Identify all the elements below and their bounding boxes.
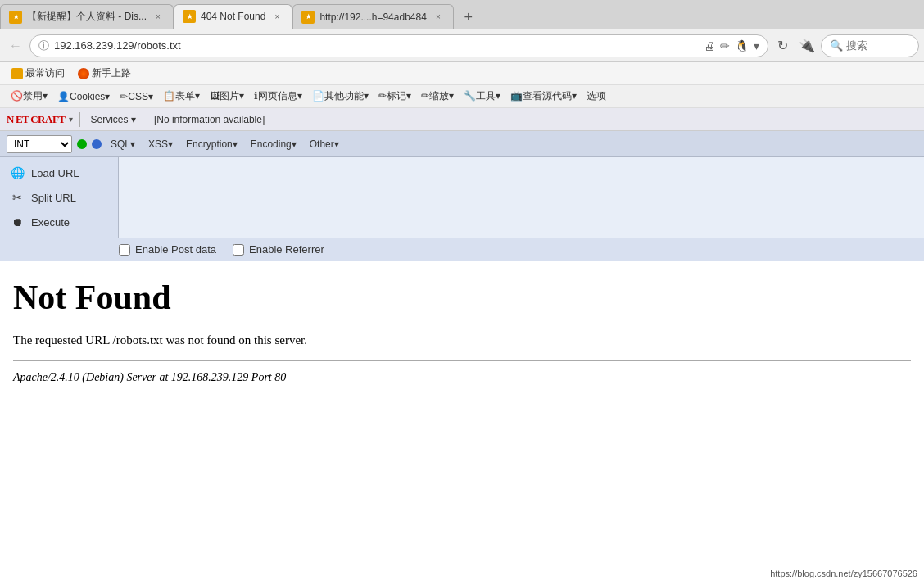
services-btn[interactable]: Services ▾	[87, 112, 140, 127]
misc-btn[interactable]: 📄其他功能▾	[308, 88, 373, 105]
tab-3[interactable]: ★ http://192....h=94adb484 ×	[292, 4, 453, 29]
execute-icon: ⏺	[10, 215, 25, 229]
referrer-text: Enable Referrer	[249, 243, 324, 256]
tab-title-2: 404 Not Found	[201, 11, 265, 22]
referrer-label[interactable]: Enable Referrer	[233, 243, 324, 256]
bookmark-recent[interactable]: 最常访问	[7, 65, 70, 82]
toolbar2-sep2	[147, 112, 147, 127]
netcraft-n: N	[7, 113, 14, 126]
netcraft-craft: CRAFT	[30, 113, 65, 126]
tab-close-2[interactable]: ×	[270, 10, 283, 23]
green-dot-icon	[77, 139, 87, 149]
css-btn[interactable]: ✏CSS▾	[116, 89, 157, 104]
load-url-item[interactable]: 🌐 Load URL	[0, 161, 118, 185]
dropdown-checkboxes: Enable Post data Enable Referrer	[0, 238, 924, 261]
load-url-icon: 🌐	[10, 165, 25, 180]
bookmark-bar: 最常访问 新手上路	[0, 62, 924, 85]
page-divider	[13, 360, 911, 361]
execute-label: Execute	[31, 216, 70, 229]
search-icon: 🔍	[830, 39, 843, 52]
encoding-btn[interactable]: Encoding▾	[247, 138, 301, 151]
page-footer: Apache/2.4.10 (Debian) Server at 192.168…	[13, 371, 911, 384]
page-content: Not Found The requested URL /robots.txt …	[0, 261, 924, 425]
sql-toolbar: INT EXT AUTO SQL▾ XSS▾ Encryption▾ Encod…	[0, 131, 924, 157]
other-btn[interactable]: Other▾	[306, 138, 343, 151]
tab-bar: ★ 【新提醒】个人资料 - Dis... × ★ 404 Not Found ×…	[0, 0, 924, 29]
tab-favicon-1: ★	[9, 11, 22, 24]
netcraft-dropdown-icon[interactable]: ▾	[69, 115, 73, 124]
referrer-check[interactable]	[233, 244, 244, 256]
netcraft-toolbar: NETCRAFT ▾ Services ▾ [No information av…	[0, 108, 924, 131]
source-btn[interactable]: 📺查看源代码▾	[506, 88, 581, 105]
pen-icon[interactable]: ✏	[720, 39, 730, 52]
bookmark-recent-label: 最常访问	[25, 66, 65, 80]
post-data-label[interactable]: Enable Post data	[119, 243, 216, 256]
url-info-icon: ⓘ	[38, 39, 49, 53]
tab-2[interactable]: ★ 404 Not Found ×	[174, 4, 292, 29]
netcraft-info: [No information available]	[154, 114, 265, 125]
xss-btn[interactable]: XSS▾	[144, 138, 177, 151]
netcraft-logo: NETCRAFT	[7, 113, 66, 126]
options-btn[interactable]: 选项	[582, 88, 610, 105]
new-tab-button[interactable]: +	[457, 6, 480, 29]
forms-btn[interactable]: 📋表单▾	[159, 88, 204, 105]
tools-btn[interactable]: 🔧工具▾	[460, 88, 505, 105]
page-heading: Not Found	[13, 278, 911, 317]
beginner-favicon	[78, 68, 89, 79]
split-url-item[interactable]: ✂ Split URL	[0, 185, 118, 210]
encryption-btn[interactable]: Encryption▾	[182, 138, 242, 151]
tab-title-1: 【新提醒】个人资料 - Dis...	[27, 10, 147, 24]
post-data-text: Enable Post data	[135, 243, 216, 256]
url-bar[interactable]: ⓘ 🖨 ✏ 🐧 ▾	[29, 34, 768, 57]
bookmark-beginner[interactable]: 新手上路	[73, 65, 136, 82]
load-url-label: Load URL	[31, 167, 79, 179]
tab-title-3: http://192....h=94adb484	[319, 11, 426, 23]
back-button[interactable]: ←	[5, 35, 26, 57]
plugin-icon[interactable]: 🔌	[796, 35, 818, 57]
tab-1[interactable]: ★ 【新提醒】个人资料 - Dis... ×	[0, 4, 174, 29]
netcraft-et: ET	[16, 113, 29, 126]
execute-item[interactable]: ⏺ Execute	[0, 210, 118, 234]
split-url-label: Split URL	[31, 192, 76, 204]
disable-btn[interactable]: 🚫禁用▾	[7, 88, 52, 105]
tab-favicon-2: ★	[183, 10, 196, 23]
split-url-icon: ✂	[10, 190, 25, 205]
int-select[interactable]: INT EXT AUTO	[7, 135, 72, 153]
recent-favicon	[11, 68, 23, 79]
dropdown-left-menu: 🌐 Load URL ✂ Split URL ⏺ Execute	[0, 157, 119, 238]
nav-bar: ← ⓘ 🖨 ✏ 🐧 ▾ ↻ 🔌 🔍	[0, 29, 924, 62]
dropdown-right	[119, 157, 924, 238]
reload-button[interactable]: ↻	[772, 35, 793, 57]
zoom-btn[interactable]: ✏缩放▾	[417, 88, 458, 105]
printer-icon[interactable]: 🖨	[704, 39, 715, 52]
tab-favicon-3: ★	[301, 11, 315, 24]
dev-toolbar: 🚫禁用▾ 👤Cookies▾ ✏CSS▾ 📋表单▾ 🖼图片▾ ℹ网页信息▾ 📄其…	[0, 85, 924, 108]
tab-close-1[interactable]: ×	[152, 11, 165, 24]
tab-close-3[interactable]: ×	[432, 11, 445, 24]
dropdown-panel: 🌐 Load URL ✂ Split URL ⏺ Execute	[0, 157, 924, 238]
url-icons: 🖨 ✏ 🐧 ▾	[704, 39, 759, 52]
cookies-btn[interactable]: 👤Cookies▾	[53, 89, 114, 104]
search-bar[interactable]: 🔍	[821, 34, 919, 57]
bookmark-beginner-label: 新手上路	[92, 66, 131, 80]
mark-btn[interactable]: ✏标记▾	[374, 88, 415, 105]
toolbar2-sep	[79, 112, 80, 127]
url-input[interactable]	[54, 39, 699, 52]
sql-btn[interactable]: SQL▾	[106, 138, 139, 151]
info-btn[interactable]: ℹ网页信息▾	[250, 88, 306, 105]
blue-dot-icon	[92, 139, 102, 149]
images-btn[interactable]: 🖼图片▾	[206, 88, 248, 105]
search-input[interactable]	[846, 39, 895, 52]
debian-icon[interactable]: 🐧	[735, 39, 749, 52]
url-dropdown-icon[interactable]: ▾	[754, 39, 759, 52]
page-body: The requested URL /robots.txt was not fo…	[13, 333, 911, 347]
post-data-check[interactable]	[119, 244, 130, 256]
